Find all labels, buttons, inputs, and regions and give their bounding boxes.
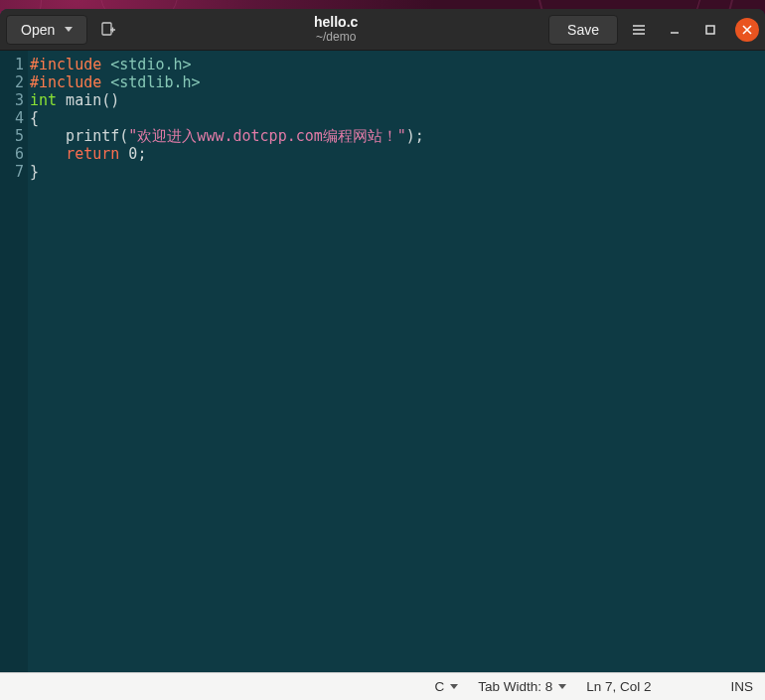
editor-area[interactable]: 1234567 #include <stdio.h>#include <stdl… [0, 51, 765, 672]
line-number: 3 [0, 91, 24, 109]
cursor-position-selector[interactable]: Ln 7, Col 2 [576, 679, 661, 694]
save-button[interactable]: Save [548, 15, 618, 45]
status-cursor: Ln 7, Col 2 [586, 679, 651, 694]
window-subtitle: ~/demo [129, 31, 542, 44]
save-label: Save [567, 22, 599, 38]
new-document-icon [100, 22, 116, 38]
close-icon [742, 25, 752, 35]
maximize-button[interactable] [695, 15, 725, 45]
status-language: C [434, 679, 444, 694]
hamburger-icon [632, 23, 646, 37]
headerbar: Open hello.c ~/demo Save [0, 9, 765, 51]
line-number: 6 [0, 145, 24, 163]
code-line[interactable]: #include <stdio.h> [30, 56, 765, 73]
line-number: 7 [0, 163, 24, 181]
chevron-down-icon [558, 684, 566, 689]
close-button[interactable] [735, 18, 759, 42]
chevron-down-icon [450, 684, 458, 689]
status-insert-mode: INS [730, 679, 753, 694]
tab-width-selector[interactable]: Tab Width: 8 [468, 679, 576, 694]
source-code[interactable]: #include <stdio.h>#include <stdlib.h>int… [28, 51, 765, 672]
code-line[interactable]: int main() [30, 91, 765, 109]
maximize-icon [703, 23, 717, 37]
line-number: 2 [0, 73, 24, 91]
line-number-gutter: 1234567 [0, 51, 28, 672]
svg-rect-0 [102, 23, 111, 35]
code-line[interactable]: { [30, 109, 765, 127]
code-line[interactable]: printf("欢迎进入www.dotcpp.com编程网站！"); [30, 127, 765, 145]
gedit-window: Open hello.c ~/demo Save [0, 9, 765, 700]
code-line[interactable]: return 0; [30, 145, 765, 163]
hamburger-menu-button[interactable] [624, 15, 654, 45]
line-number: 4 [0, 109, 24, 127]
code-line[interactable]: } [30, 163, 765, 181]
minimize-icon [668, 23, 682, 37]
language-selector[interactable]: C [424, 679, 468, 694]
open-label: Open [21, 22, 55, 38]
minimize-button[interactable] [660, 15, 689, 45]
title-area: hello.c ~/demo [129, 15, 542, 44]
code-line[interactable]: #include <stdlib.h> [30, 73, 765, 91]
open-button[interactable]: Open [6, 15, 87, 45]
chevron-down-icon [65, 27, 73, 32]
statusbar: C Tab Width: 8 Ln 7, Col 2 INS [0, 672, 765, 700]
status-tab-width: Tab Width: 8 [478, 679, 552, 694]
new-tab-button[interactable] [93, 15, 123, 45]
line-number: 1 [0, 56, 24, 73]
window-title: hello.c [129, 15, 542, 30]
svg-rect-1 [706, 26, 714, 34]
line-number: 5 [0, 127, 24, 145]
